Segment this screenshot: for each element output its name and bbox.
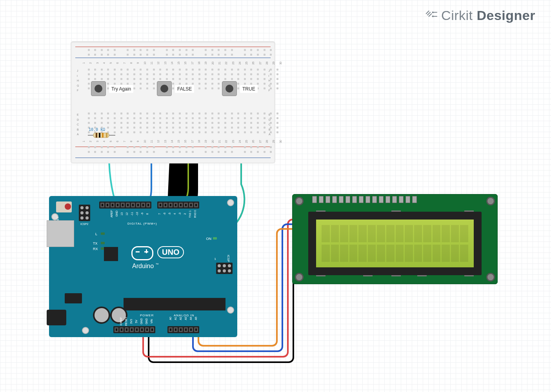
- arduino-uno-badge: UNO: [157, 246, 184, 258]
- arduino-usb-port: [47, 220, 74, 247]
- logo-text: Cirkit Designer: [441, 8, 535, 23]
- lcd-frame: [308, 212, 482, 275]
- button-false-label: FALSE: [175, 85, 194, 93]
- button-true[interactable]: [222, 81, 237, 96]
- arduino-digital-label: DIGITAL (PWM≈): [127, 222, 157, 225]
- arduino-pinlabels-power: IOREFRESET3V35VGNDGNDVIN: [120, 317, 154, 326]
- circuit-canvas[interactable]: Cirkit Designer: [0, 0, 551, 392]
- svg-rect-28: [102, 133, 104, 138]
- arduino-uno[interactable]: RESET ICSP2 AREFGND1312-11-10-98 7-6-54-…: [49, 196, 237, 337]
- lcd-16x2-i2c[interactable]: GND VCC SDA SCL: [292, 194, 498, 284]
- arduino-pinlabels-analog: A0A1A2A3A4A5: [169, 317, 198, 320]
- arduino-branding: UNO: [131, 246, 184, 260]
- arduino-icsp-label: ICSP: [227, 255, 230, 262]
- arduino-header-power: [113, 326, 155, 333]
- button-true-label: TRUE: [240, 85, 258, 93]
- arduino-l-label: L: [95, 232, 97, 236]
- logo-text-part2: Designer: [477, 8, 536, 23]
- arduino-barrel-jack: [47, 310, 66, 325]
- arduino-header-top-left: [99, 201, 151, 209]
- logo-mark-icon: [426, 10, 439, 21]
- svg-rect-26: [96, 133, 97, 138]
- arduino-icsp2-label: ICSP2: [80, 223, 88, 225]
- breadboard-row-labels-bottom: EDCBA: [77, 113, 79, 136]
- arduino-rx-label: RX: [93, 247, 98, 251]
- arduino-pinlabels-top-right: 7-6-54-32TX0 1RX0 0: [158, 210, 197, 218]
- arduino-small-chip: [104, 247, 118, 261]
- breadboard-row-labels-top: JIHGF: [77, 69, 79, 92]
- arduino-on-label: ON: [206, 237, 212, 241]
- arduino-tx-label: TX: [93, 241, 98, 245]
- arduino-icsp: [216, 263, 233, 274]
- logo-text-part1: Cirkit: [441, 8, 473, 23]
- breadboard-col-labels-top: 1234567891011121314151617181920212223242…: [82, 62, 282, 65]
- breadboard-col-labels-bottom: 1234567891011121314151617181920212223242…: [82, 140, 282, 143]
- lcd-header-pins: [312, 196, 417, 203]
- breadboard[interactable]: /*placeholder*/ 123456789101112131415161…: [71, 41, 275, 163]
- arduino-capacitor: [93, 307, 110, 324]
- arduino-icsp2: [79, 205, 90, 221]
- arduino-header-top-right: [157, 201, 199, 209]
- arduino-logo-icon: [131, 246, 153, 260]
- arduino-atmega-chip: [124, 298, 225, 310]
- arduino-reset-button[interactable]: [56, 201, 72, 212]
- resistor-icon: [88, 132, 115, 138]
- arduino-voltage-regulator: [65, 293, 82, 303]
- svg-rect-27: [99, 133, 100, 138]
- svg-rect-29: [106, 133, 107, 138]
- arduino-brand-text: Arduino ™: [132, 263, 159, 270]
- arduino-icsp-1: 1: [215, 257, 216, 261]
- button-try-again-label: Try Again: [109, 85, 133, 93]
- arduino-pinlabels-top-left: AREFGND1312-11-10-98: [100, 210, 149, 218]
- app-logo: Cirkit Designer: [426, 8, 535, 23]
- button-try-again[interactable]: [91, 81, 106, 96]
- resistor-value: 10.0 kΩ: [89, 127, 105, 132]
- button-false[interactable]: [157, 81, 172, 96]
- lcd-screen: [316, 220, 474, 267]
- arduino-header-analog: [167, 326, 199, 333]
